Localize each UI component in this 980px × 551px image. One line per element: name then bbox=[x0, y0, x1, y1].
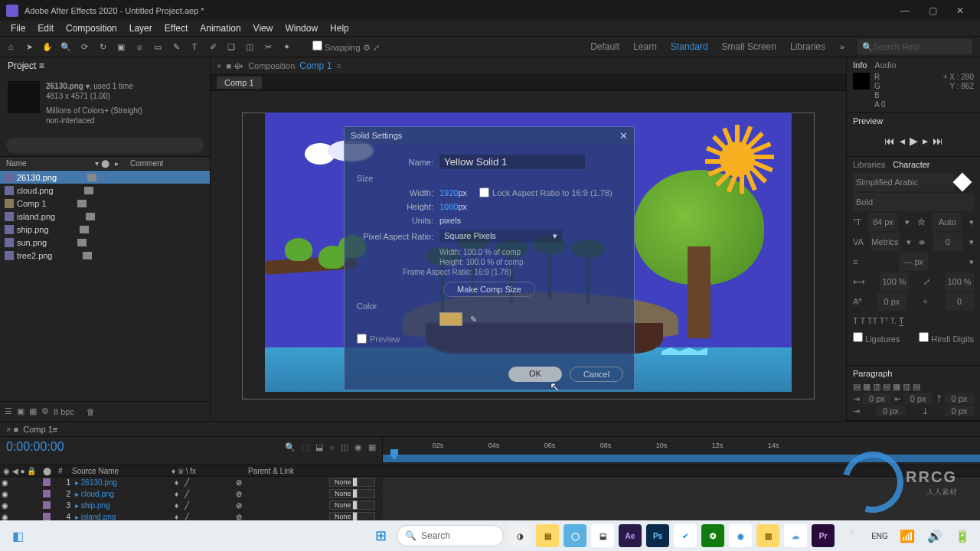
dialog-close-button[interactable]: ✕ bbox=[619, 130, 628, 142]
kerning-input[interactable]: Metrics bbox=[871, 233, 900, 251]
tray-chevron-icon[interactable]: ˄ bbox=[841, 524, 864, 547]
delete-icon[interactable]: 🗑 bbox=[87, 407, 95, 416]
play-button[interactable]: ▶ bbox=[910, 135, 918, 147]
taskbar-app-explorer[interactable]: ▤ bbox=[536, 524, 559, 547]
taskbar-app-store[interactable]: ⬓ bbox=[591, 524, 614, 547]
hindi-digits-toggle[interactable]: Hindi Digits bbox=[919, 331, 974, 347]
asset-item[interactable]: ship.png bbox=[0, 223, 210, 236]
project-search-input[interactable] bbox=[6, 138, 204, 153]
zoom-tool-icon[interactable]: 🔍 bbox=[58, 39, 74, 54]
taskbar-app-files[interactable]: ▥ bbox=[756, 524, 779, 547]
units-select[interactable]: pixels bbox=[439, 216, 461, 225]
eyedropper-icon[interactable]: ✎ bbox=[470, 315, 477, 324]
asset-item[interactable]: 26130.png bbox=[0, 171, 210, 184]
pixel-aspect-select[interactable]: Square Pixels▾ bbox=[439, 230, 562, 243]
shy-icon[interactable]: ⟐ bbox=[329, 442, 335, 452]
motion-blur-icon[interactable]: ◉ bbox=[354, 442, 362, 452]
menu-edit[interactable]: Edit bbox=[31, 23, 60, 34]
text-color-swatch[interactable] bbox=[953, 173, 972, 192]
hand-tool-icon[interactable]: ✋ bbox=[40, 39, 55, 54]
timeline-tab[interactable]: Comp 1 bbox=[23, 425, 53, 434]
workspace-overflow-icon[interactable]: » bbox=[835, 39, 850, 54]
minimize-button[interactable]: — bbox=[891, 5, 919, 16]
solid-color-swatch[interactable] bbox=[439, 312, 462, 326]
preview-tab[interactable]: Preview bbox=[853, 116, 883, 126]
preview-toggle[interactable]: Preview bbox=[357, 334, 622, 344]
audio-tab[interactable]: Audio bbox=[874, 60, 896, 70]
help-search-input[interactable]: 🔍 Search Help bbox=[858, 39, 972, 54]
asset-item[interactable]: sun.png bbox=[0, 236, 210, 249]
next-frame-button[interactable]: ▸ bbox=[923, 135, 928, 147]
draft3d-icon[interactable]: ⬓ bbox=[315, 442, 323, 452]
tracking-input[interactable]: 0 bbox=[933, 233, 962, 251]
orbit-tool-icon[interactable]: ⟳ bbox=[77, 39, 92, 54]
menu-view[interactable]: View bbox=[247, 23, 279, 34]
paragraph-align-buttons[interactable]: ▤ ▦ ▥ ▤ ▦ ▥ ▤ bbox=[853, 381, 974, 393]
taskbar-app-ae[interactable]: Ae bbox=[619, 524, 642, 547]
layer-row[interactable]: ◉2▸ cloud.png♦ ╱⊘None ▊ bbox=[0, 488, 383, 500]
taskbar-app-check[interactable]: ✔ bbox=[674, 524, 697, 547]
asset-item[interactable]: Comp 1 bbox=[0, 197, 210, 210]
workspace-libraries[interactable]: Libraries bbox=[790, 41, 825, 52]
rotate-tool-icon[interactable]: ↻ bbox=[95, 39, 110, 54]
interpret-footage-icon[interactable]: ☰ bbox=[5, 406, 12, 416]
start-button[interactable]: ⊞ bbox=[369, 524, 392, 547]
selection-tool-icon[interactable]: ➤ bbox=[21, 39, 37, 54]
paragraph-tab[interactable]: Paragraph bbox=[853, 369, 892, 378]
menu-window[interactable]: Window bbox=[279, 23, 324, 34]
bpc-indicator[interactable]: 8 bpc bbox=[54, 407, 74, 416]
search-layers-icon[interactable]: 🔍 bbox=[285, 442, 296, 452]
pan-behind-tool-icon[interactable]: ⌾ bbox=[132, 39, 147, 54]
clone-tool-icon[interactable]: ❏ bbox=[224, 39, 239, 54]
pen-tool-icon[interactable]: ✎ bbox=[168, 39, 184, 54]
taskbar-app-chat[interactable]: ☁ bbox=[784, 524, 807, 547]
project-settings-icon[interactable]: ⚙ bbox=[41, 406, 49, 416]
info-tab[interactable]: Info bbox=[853, 60, 867, 70]
asset-item[interactable]: cloud.png bbox=[0, 184, 210, 197]
menu-help[interactable]: Help bbox=[324, 23, 355, 34]
cancel-button[interactable]: Cancel bbox=[570, 367, 623, 382]
brush-tool-icon[interactable]: ✐ bbox=[205, 39, 220, 54]
workspace-standard[interactable]: Standard bbox=[671, 41, 708, 52]
workspace-learn[interactable]: Learn bbox=[633, 41, 657, 52]
tray-battery-icon[interactable]: 🔋 bbox=[951, 524, 974, 547]
prev-frame-button[interactable]: ◂ bbox=[900, 135, 905, 147]
close-tab-icon[interactable]: × bbox=[217, 61, 221, 70]
taskbar-app-pr[interactable]: Pr bbox=[812, 524, 835, 547]
current-time[interactable]: 0:00:00:00 bbox=[0, 437, 70, 457]
taskbar-app-edge[interactable]: ◉ bbox=[729, 524, 752, 547]
project-asset-list[interactable]: 26130.pngcloud.pngComp 1island.pngship.p… bbox=[0, 171, 210, 401]
roto-tool-icon[interactable]: ✂ bbox=[260, 39, 276, 54]
eraser-tool-icon[interactable]: ◫ bbox=[242, 39, 257, 54]
taskbar-app-ps[interactable]: Ps bbox=[646, 524, 669, 547]
font-select[interactable]: Simplified Arabic bbox=[853, 173, 954, 191]
maximize-button[interactable]: ▢ bbox=[919, 5, 946, 16]
layer-row[interactable]: ◉3▸ ship.png♦ ╱⊘None ▊ bbox=[0, 500, 383, 511]
layer-row[interactable]: ◉1▸ 26130.png♦ ╱⊘None ▊ bbox=[0, 477, 383, 488]
asset-item[interactable]: tree2.png bbox=[0, 249, 210, 262]
last-frame-button[interactable]: ⏭ bbox=[933, 135, 943, 147]
first-frame-button[interactable]: ⏮ bbox=[884, 135, 895, 147]
time-ruler[interactable]: 02s04s06s08s10s12s14s bbox=[383, 437, 980, 465]
camera-tool-icon[interactable]: ▣ bbox=[113, 39, 129, 54]
character-tab[interactable]: Character bbox=[893, 160, 929, 169]
taskbar-app-xbox[interactable]: ✪ bbox=[701, 524, 724, 547]
snapping-toggle[interactable]: Snapping ⚙ ⤢ bbox=[312, 41, 380, 53]
tray-volume-icon[interactable]: 🔊 bbox=[923, 524, 946, 547]
frame-blend-icon[interactable]: ◫ bbox=[341, 442, 348, 452]
font-weight-select[interactable]: Bold bbox=[853, 193, 974, 211]
leading-input[interactable]: Auto bbox=[933, 213, 962, 231]
taskbar-search[interactable]: 🔍 Search bbox=[397, 525, 504, 546]
new-folder-icon[interactable]: ▣ bbox=[17, 406, 24, 416]
workspace-small-screen[interactable]: Small Screen bbox=[722, 41, 776, 52]
tab-menu-icon[interactable]: ≡ bbox=[336, 61, 341, 70]
width-input[interactable]: 1920 bbox=[439, 188, 458, 197]
menu-effect[interactable]: Effect bbox=[158, 23, 194, 34]
tray-language-icon[interactable]: ENG bbox=[868, 524, 891, 547]
lock-aspect-toggle[interactable]: Lock Aspect Ratio to 16:9 (1.78) bbox=[479, 187, 612, 197]
new-comp-icon[interactable]: ▦ bbox=[29, 406, 37, 416]
shape-tool-icon[interactable]: ▭ bbox=[150, 39, 165, 54]
workspace-default[interactable]: Default bbox=[590, 41, 619, 52]
home-button[interactable]: ⌂ bbox=[3, 39, 18, 54]
font-size-input[interactable]: 84 px bbox=[868, 213, 897, 231]
